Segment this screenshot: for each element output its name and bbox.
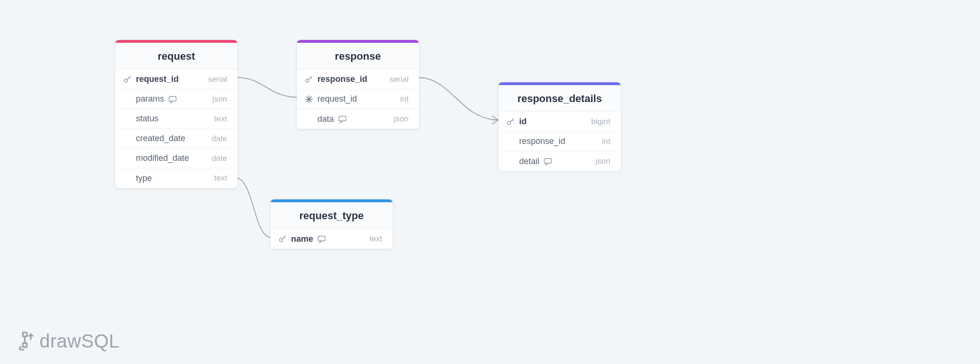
column-name: type <box>136 174 152 183</box>
svg-point-2 <box>306 79 309 82</box>
icon-spacer <box>123 154 132 163</box>
icon-spacer <box>506 137 515 146</box>
column-name: id <box>519 117 527 127</box>
column-row[interactable]: request_id int <box>297 89 419 109</box>
column-type: json <box>394 114 409 124</box>
key-icon <box>506 117 515 127</box>
table-title: response <box>297 43 419 70</box>
column-type: date <box>212 154 227 163</box>
svg-point-4 <box>507 121 511 125</box>
svg-rect-3 <box>339 116 346 121</box>
column-row[interactable]: id bigint <box>498 112 621 132</box>
column-row[interactable]: response_id serial <box>297 70 419 89</box>
column-name: response_id <box>519 136 565 146</box>
logo-mark-icon <box>19 332 35 351</box>
table-title: response_details <box>498 85 621 112</box>
table-request[interactable]: request request_id serial params json st… <box>115 40 237 188</box>
icon-spacer <box>123 114 132 124</box>
column-row[interactable]: created_date date <box>115 129 237 149</box>
column-type: serial <box>389 75 409 84</box>
key-icon <box>278 234 287 244</box>
column-type: json <box>596 157 610 166</box>
column-row[interactable]: detail json <box>498 151 621 171</box>
table-title: request_type <box>270 202 393 229</box>
column-type: int <box>400 95 409 104</box>
column-type: text <box>214 114 227 124</box>
column-row[interactable]: type text <box>115 168 237 188</box>
column-type: json <box>213 95 227 104</box>
comment-icon <box>168 95 177 104</box>
logo-text-sql: SQL <box>81 331 120 351</box>
column-row[interactable]: response_id int <box>498 132 621 151</box>
key-icon <box>123 75 132 84</box>
table-response-details[interactable]: response_details id bigint response_id i… <box>498 82 621 171</box>
comment-icon <box>543 157 553 166</box>
svg-point-0 <box>124 79 127 82</box>
column-name: detail <box>519 157 539 166</box>
icon-spacer <box>123 174 132 183</box>
column-name: request_id <box>317 94 357 104</box>
column-name: created_date <box>136 134 185 143</box>
column-row[interactable]: modified_date date <box>115 149 237 168</box>
icon-spacer <box>506 157 515 166</box>
column-row[interactable]: name text <box>270 229 393 249</box>
column-row[interactable]: status text <box>115 109 237 129</box>
column-row[interactable]: data json <box>297 109 419 129</box>
column-type: date <box>212 134 227 143</box>
column-type: text <box>370 234 382 244</box>
column-type: bigint <box>591 117 610 127</box>
column-name: modified_date <box>136 153 189 163</box>
svg-rect-5 <box>545 158 552 163</box>
table-request-type[interactable]: request_type name text <box>270 199 393 249</box>
svg-rect-1 <box>169 96 176 101</box>
drawsql-logo: drawSQL <box>19 331 119 352</box>
icon-spacer <box>304 114 314 124</box>
column-name: request_id <box>136 74 179 84</box>
snowflake-icon <box>304 95 314 104</box>
column-type: serial <box>208 75 227 84</box>
table-response[interactable]: response response_id serial request_id i… <box>297 40 419 129</box>
comment-icon <box>338 114 347 124</box>
column-name: status <box>136 114 158 124</box>
diagram-canvas[interactable]: request request_id serial params json st… <box>0 0 980 364</box>
column-name: name <box>291 234 313 244</box>
table-title: request <box>115 43 237 70</box>
column-name: data <box>317 114 334 124</box>
column-name: response_id <box>317 74 367 84</box>
column-type: text <box>214 174 227 183</box>
logo-text-draw: draw <box>40 331 81 351</box>
column-row[interactable]: params json <box>115 89 237 109</box>
icon-spacer <box>123 134 132 143</box>
key-icon <box>304 75 314 84</box>
column-name: params <box>136 94 164 104</box>
comment-icon <box>317 234 326 244</box>
icon-spacer <box>123 95 132 104</box>
column-row[interactable]: request_id serial <box>115 70 237 89</box>
column-type: int <box>602 137 610 146</box>
svg-rect-7 <box>318 236 325 241</box>
svg-point-6 <box>279 238 283 242</box>
